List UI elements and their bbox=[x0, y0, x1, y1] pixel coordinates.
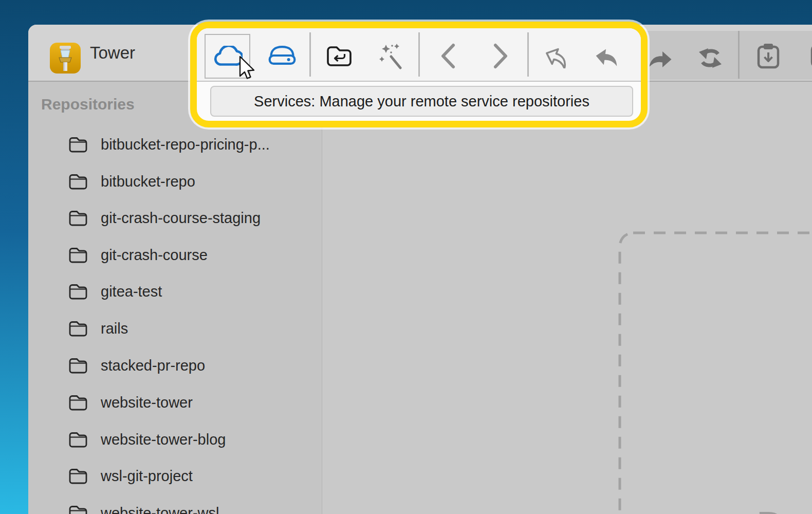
sync-arrows-icon bbox=[697, 46, 724, 70]
arrow-curve-outline-icon bbox=[544, 45, 570, 68]
open-repository-button[interactable] bbox=[325, 42, 354, 70]
window-title: Tower bbox=[90, 25, 135, 81]
folder-icon bbox=[68, 246, 88, 264]
toolbar-separator bbox=[527, 32, 529, 77]
repo-row[interactable]: bitbucket-repo bbox=[28, 170, 322, 193]
folder-icon bbox=[68, 504, 88, 514]
repo-row[interactable]: wsl-git-project bbox=[28, 465, 322, 487]
repo-name: website-tower-wsl bbox=[101, 505, 219, 514]
redo-button[interactable] bbox=[646, 44, 675, 72]
main-area: Dra bbox=[322, 82, 812, 514]
toolbar-separator bbox=[418, 32, 420, 77]
magic-wand-icon bbox=[377, 43, 404, 69]
services-tooltip: Services: Manage your remote service rep… bbox=[210, 86, 633, 117]
repo-name: website-tower-blog bbox=[101, 431, 226, 448]
back-button[interactable] bbox=[433, 42, 462, 70]
forward-button[interactable] bbox=[487, 42, 515, 70]
repo-row[interactable]: stacked-pr-repo bbox=[28, 354, 322, 377]
repo-row[interactable]: git-crash-course bbox=[28, 244, 322, 266]
folder-icon bbox=[68, 467, 88, 485]
repo-name: git-crash-course bbox=[101, 247, 208, 264]
repo-row[interactable]: rails bbox=[28, 317, 322, 340]
dropzone-text: Dra bbox=[757, 504, 812, 514]
chevron-left-icon bbox=[439, 43, 456, 69]
repo-row[interactable]: bitbucket-repo-pricing-p... bbox=[28, 133, 322, 156]
clipboard-down-icon bbox=[756, 43, 780, 69]
repo-row[interactable]: website-tower-blog bbox=[28, 428, 322, 451]
repo-row[interactable]: git-crash-course-staging bbox=[28, 207, 322, 229]
sync-button[interactable] bbox=[696, 44, 725, 72]
repo-row-clipped[interactable]: website-tower-wsl bbox=[28, 502, 322, 514]
repo-row[interactable]: website-tower bbox=[28, 391, 322, 414]
folder-icon bbox=[68, 394, 88, 411]
cursor-arrow-icon bbox=[236, 56, 256, 85]
repo-row[interactable]: gitea-test bbox=[28, 280, 322, 303]
chevron-right-icon bbox=[493, 43, 509, 69]
stash-button[interactable] bbox=[754, 42, 783, 70]
clipped-toolbar-button[interactable] bbox=[808, 42, 812, 70]
repo-name: website-tower bbox=[101, 394, 193, 411]
folder-return-icon bbox=[325, 44, 353, 68]
folder-icon bbox=[68, 431, 88, 448]
repo-name: git-crash-course-staging bbox=[101, 210, 261, 227]
folder-icon bbox=[68, 357, 88, 374]
undo-button[interactable] bbox=[593, 42, 621, 71]
folder-icon bbox=[68, 209, 88, 227]
arrow-curve-right-icon bbox=[648, 47, 673, 69]
repo-name: bitbucket-repo bbox=[101, 173, 195, 190]
repo-name: bitbucket-repo-pricing-p... bbox=[101, 136, 270, 153]
repo-name: rails bbox=[101, 320, 128, 337]
highlight-ring: Services: Manage your remote service rep… bbox=[190, 22, 648, 127]
discard-button[interactable] bbox=[543, 42, 571, 71]
repo-name: wsl-git-project bbox=[101, 468, 193, 485]
hard-drive-icon bbox=[268, 44, 297, 67]
repo-name: stacked-pr-repo bbox=[101, 357, 205, 374]
tower-logo-icon bbox=[49, 42, 81, 74]
local-button[interactable] bbox=[268, 41, 297, 70]
folder-icon bbox=[68, 320, 88, 337]
toolbar-separator bbox=[309, 32, 311, 77]
drag-drop-zone[interactable] bbox=[618, 231, 812, 514]
folder-icon bbox=[68, 283, 88, 300]
sidebar-header: Repositories bbox=[41, 96, 135, 113]
arrow-curve-left-icon bbox=[594, 45, 620, 68]
sidebar-repositories: Repositories bitbucket-repo-pricing-p...… bbox=[28, 82, 322, 514]
folder-icon bbox=[68, 136, 88, 153]
repo-name: gitea-test bbox=[101, 283, 162, 300]
folder-icon bbox=[68, 173, 88, 190]
toolbar-separator bbox=[738, 31, 740, 79]
quick-actions-button[interactable] bbox=[376, 42, 405, 70]
